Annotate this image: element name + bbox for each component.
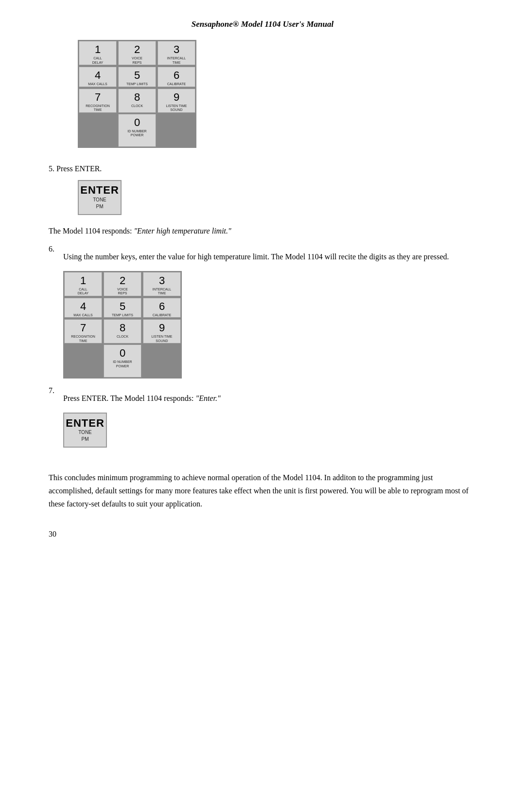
key-2: 2 VOICEREPS — [118, 41, 156, 65]
enter-button-2-sub: TONEPM — [78, 429, 92, 443]
key2-2: 2 VOICEREPS — [104, 272, 141, 296]
keypad-2-bottom: 0 ID NUMBERPOWER — [63, 344, 182, 379]
key-4: 4 MAX CALLS — [79, 67, 117, 87]
step-6-block: 6. Using the number keys, enter the valu… — [49, 245, 476, 379]
step-6-number: 6. — [49, 245, 63, 379]
key-8: 8 CLOCK — [118, 89, 156, 113]
key-3: 3 INTERCALLTIME — [158, 41, 195, 65]
key-0: 0 ID NUMBERPOWER — [118, 114, 156, 147]
step-7-italic: "Enter." — [195, 394, 220, 402]
enter-button-1-sub: TONEPM — [93, 197, 106, 210]
keypad-1: 1 CALLDELAY 2 VOICEREPS 3 INTERCALLTIME … — [78, 40, 196, 148]
key2-5: 5 TEMP LIMITS — [104, 298, 141, 318]
key2-3: 3 INTERCALLTIME — [143, 272, 181, 296]
key2-0: 0 ID NUMBERPOWER — [104, 344, 141, 378]
keypad-2-grid: 1 CALLDELAY 2 VOICEREPS 3 INTERCALLTIME … — [63, 271, 182, 345]
key2-4: 4 MAX CALLS — [64, 298, 102, 318]
concluding-text: This concludes minimum programming to ac… — [49, 471, 476, 511]
enter-button-1: ENTER TONEPM — [78, 180, 122, 215]
step-6-content: Using the number keys, enter the value f… — [63, 245, 476, 379]
key2-1: 1 CALLDELAY — [64, 272, 102, 296]
keypad-1-bottom: 0 ID NUMBERPOWER — [78, 114, 196, 148]
key-7: 7 RECOGNITIONTIME — [79, 89, 117, 113]
step-6-text: Using the number keys, enter the value f… — [63, 251, 476, 263]
enter-button-1-container: ENTER TONEPM — [78, 180, 476, 215]
enter-button-2-container: ENTER TONEPM — [63, 413, 476, 448]
page-title: Sensaphone® Model 1104 User's Manual — [49, 19, 476, 29]
enter-button-2: ENTER TONEPM — [63, 413, 107, 448]
key-6: 6 CALIBRATE — [158, 67, 195, 87]
key-5: 5 TEMP LIMITS — [118, 67, 156, 87]
response-1-italic: "Enter high temperature limit." — [134, 227, 231, 235]
step-5-text: 5. Press ENTER. — [49, 164, 476, 173]
key2-9: 9 LISTEN TIMESOUND — [143, 319, 181, 343]
step-7-number: 7. — [49, 386, 63, 457]
page-number: 30 — [49, 530, 476, 539]
key-9: 9 LISTEN TIMESOUND — [158, 89, 195, 113]
enter-button-2-main: ENTER — [66, 417, 105, 429]
keypad-2: 1 CALLDELAY 2 VOICEREPS 3 INTERCALLTIME … — [63, 271, 182, 379]
enter-button-1-main: ENTER — [80, 184, 119, 196]
response-1: The Model 1104 responds: "Enter high tem… — [49, 225, 476, 237]
step-7-content: Press ENTER. The Model 1104 responds: "E… — [63, 386, 476, 457]
key2-8: 8 CLOCK — [104, 319, 141, 343]
key2-6: 6 CALIBRATE — [143, 298, 181, 318]
step-7-text: Press ENTER. The Model 1104 responds: "E… — [63, 392, 476, 405]
keypad-1-grid: 1 CALLDELAY 2 VOICEREPS 3 INTERCALLTIME … — [78, 40, 196, 114]
step-7-block: 7. Press ENTER. The Model 1104 responds:… — [49, 386, 476, 457]
key-1: 1 CALLDELAY — [79, 41, 117, 65]
key2-7: 7 RECOGNITIONTIME — [64, 319, 102, 343]
